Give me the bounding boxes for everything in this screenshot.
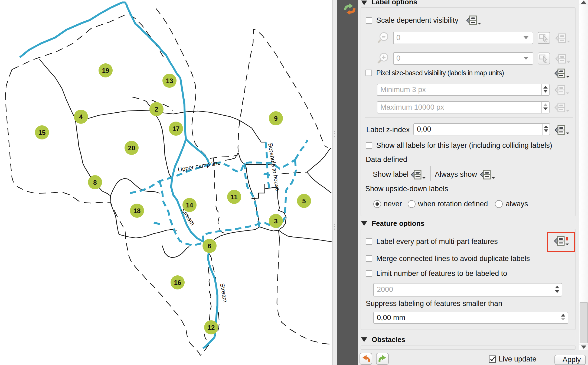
svg-text:14: 14 [186,201,193,209]
svg-text:9: 9 [274,115,277,122]
svg-text:18: 18 [133,207,141,214]
svg-text:4: 4 [79,113,83,120]
svg-text:17: 17 [172,125,180,132]
svg-text:8: 8 [93,179,97,186]
svg-text:19: 19 [102,67,109,74]
svg-text:11: 11 [231,193,237,201]
svg-text:2: 2 [155,106,158,113]
svg-text:15: 15 [38,129,46,136]
svg-text:12: 12 [208,324,215,331]
svg-text:3: 3 [274,217,277,225]
svg-text:Stream: Stream [219,283,229,303]
svg-text:20: 20 [128,144,135,152]
svg-text:6: 6 [208,242,211,250]
svg-text:13: 13 [166,77,173,84]
svg-text:16: 16 [174,279,181,286]
svg-text:5: 5 [302,197,306,205]
